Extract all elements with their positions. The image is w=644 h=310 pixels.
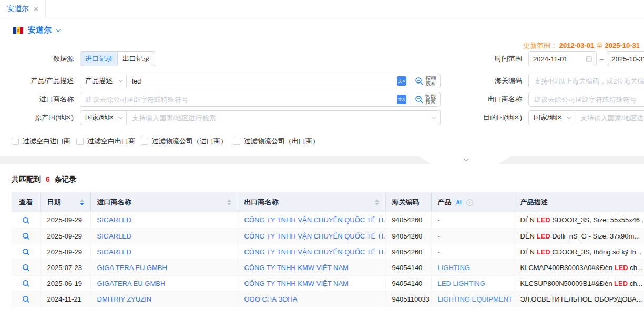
sort-desc-icon[interactable] [80, 203, 84, 205]
destination-country-select-value: 国家/地区 [534, 113, 563, 122]
tab-andorra[interactable]: 安道尔 × [0, 0, 46, 17]
table-row[interactable]: 2025-09-29 SIGARLED CÔNG TY TNHH VẬN CHU… [12, 244, 644, 260]
product-field-group: 产品描述 文A 模糊搜索 [80, 74, 441, 88]
checkbox-filter-logistics-exporter[interactable]: 过滤物流公司（出口商） [233, 137, 319, 146]
table-row[interactable]: 2024-11-21 DMITRIY ZYUZIN ООО СПА ЗОНА 9… [12, 291, 644, 307]
origin-country-select[interactable]: 国家/地区 [80, 111, 127, 125]
importer-link[interactable]: SIGARLED [97, 232, 132, 240]
tab-import-records[interactable]: 进口记录 [80, 52, 117, 66]
exporter-link[interactable]: CÔNG TY TNHH VẬN CHUYỂN QUỐC TẾ TI... [244, 248, 386, 256]
exporter-link[interactable]: CÔNG TY TNHH KMW VIỆT NAM [244, 280, 349, 287]
andorra-flag-icon [13, 27, 24, 34]
column-header-description: 产品描述 [514, 192, 644, 212]
date-to-field[interactable] [607, 51, 644, 66]
importer-link[interactable]: GIGATERA EU GMBH [97, 280, 166, 287]
smart-search-button[interactable]: 智能搜索 [410, 94, 440, 105]
sort-control-exporter[interactable] [375, 199, 379, 205]
checkbox-filter-blank-importer[interactable]: 过滤空白进口商 [12, 137, 70, 146]
importer-link[interactable]: SIGARLED [97, 248, 132, 256]
calendar-icon [586, 55, 592, 63]
chevron-down-icon [567, 115, 571, 119]
sort-desc-icon[interactable] [375, 203, 379, 205]
checkbox-filter-logistics-importer[interactable]: 过滤物流公司（进口商） [141, 137, 227, 146]
date-from-field[interactable] [528, 51, 597, 66]
sort-asc-icon[interactable] [80, 199, 84, 202]
importer-link[interactable]: SIGARLED [97, 216, 132, 224]
product-type-select[interactable]: 产品描述 [80, 74, 127, 88]
close-icon[interactable]: × [34, 5, 38, 13]
cell-date: 2025-07-23 [40, 260, 90, 275]
smart-search-label-2: 搜索 [425, 99, 436, 105]
translate-icon[interactable]: 文A [397, 76, 406, 86]
view-record-button[interactable] [22, 295, 30, 303]
cell-product: - [438, 232, 440, 240]
exporter-link[interactable]: CÔNG TY TNHH VẬN CHUYỂN QUỐC TẾ TI... [244, 232, 386, 240]
filter-panel: 更新范围： 2012-03-01 至 2025-10-31 数据源 进口记录 出… [0, 41, 644, 156]
checkbox-icon[interactable] [233, 138, 240, 145]
table-row[interactable]: 2025-09-29 SIGARLED CÔNG TY TNHH VẬN CHU… [12, 228, 644, 244]
table-row[interactable]: 2025-09-29 SIGARLED CÔNG TY TNHH VẬN CHU… [12, 212, 644, 228]
update-range: 更新范围： 2012-03-01 至 2025-10-31 [523, 41, 640, 50]
view-cell [12, 228, 40, 244]
cell-date: 2025-09-29 [40, 212, 90, 228]
cell-date: 2024-11-21 [40, 291, 90, 307]
exporter-link[interactable]: ООО СПА ЗОНА [244, 295, 298, 303]
cell-hs-code: 94054260 [385, 244, 431, 260]
destination-country-input[interactable] [575, 111, 644, 125]
column-header-product: 产品 AI i [431, 192, 514, 212]
destination-country-label: 目的国(地区) [448, 113, 528, 122]
view-record-button[interactable] [22, 264, 30, 272]
results-table: 查看 日期 进口商名称 出口商名称 [12, 192, 644, 307]
sort-control-importer[interactable] [227, 199, 231, 205]
view-record-button[interactable] [22, 216, 30, 224]
product-link[interactable]: LED LIGHTING [438, 280, 485, 287]
cell-hs-code: 94054260 [385, 228, 431, 244]
sort-control-date[interactable] [80, 199, 84, 205]
info-icon[interactable]: i [466, 199, 473, 206]
chevron-down-icon[interactable] [432, 115, 436, 119]
sort-asc-icon[interactable] [375, 199, 379, 202]
importer-input[interactable] [80, 92, 394, 106]
importer-link[interactable]: GIGA TERA EU GMBH [97, 264, 167, 272]
translate-icon[interactable]: 文A [397, 95, 406, 104]
checkbox-icon[interactable] [141, 138, 148, 145]
checkbox-icon[interactable] [76, 138, 84, 145]
sort-asc-icon[interactable] [227, 199, 231, 202]
origin-country-input[interactable] [127, 111, 432, 125]
view-record-button[interactable] [22, 248, 30, 256]
hs-code-input[interactable] [529, 74, 644, 88]
collapse-panel-button[interactable] [418, 156, 512, 164]
table-row[interactable]: 2025-07-23 GIGA TERA EU GMBH CÔNG TY TNH… [12, 260, 644, 275]
date-to-input[interactable] [611, 55, 644, 63]
magnifier-icon [22, 248, 30, 256]
chevron-down-icon[interactable] [56, 27, 61, 32]
view-record-button[interactable] [22, 280, 30, 287]
magnifier-icon [22, 280, 30, 287]
table-row[interactable]: 2025-06-19 GIGATERA EU GMBH CÔNG TY TNHH… [12, 275, 644, 291]
fuzzy-search-button[interactable]: 模糊搜索 [410, 76, 440, 86]
destination-country-select[interactable]: 国家/地区 [529, 111, 575, 125]
cell-description: KLCSUP800N50009B1#&Đèn LED ch... [514, 275, 644, 291]
view-cell [12, 212, 40, 228]
checkbox-icon[interactable] [12, 138, 19, 145]
ai-badge: AI [454, 199, 464, 206]
importer-link[interactable]: DMITRIY ZYUZIN [97, 295, 152, 303]
exporter-link[interactable]: CÔNG TY TNHH KMW VIỆT NAM [244, 264, 349, 272]
importer-row: 进口商名称 文A 智能搜索 [0, 92, 441, 107]
exporter-input[interactable] [529, 92, 644, 106]
cell-description: KLCMAP400B30003A0#&Đèn LED ch... [514, 260, 644, 275]
sort-desc-icon[interactable] [227, 203, 231, 205]
product-link[interactable]: LIGHTING EQUIPMENT [438, 295, 513, 303]
data-source-row: 数据源 进口记录 出口记录 [0, 51, 155, 66]
date-from-input[interactable] [533, 55, 586, 63]
product-search-input[interactable] [127, 74, 394, 88]
tab-export-records[interactable]: 出口记录 [117, 52, 155, 66]
product-link[interactable]: LIGHTING [438, 264, 470, 272]
cell-hs-code: 94054140 [385, 275, 431, 291]
country-selector[interactable]: 安道尔 [28, 25, 52, 35]
view-record-button[interactable] [22, 232, 30, 240]
exporter-link[interactable]: CÔNG TY TNHH VẬN CHUYỂN QUỐC TẾ TI... [244, 216, 386, 224]
chevron-down-icon [118, 115, 122, 119]
checkbox-filter-blank-exporter[interactable]: 过滤空白出口商 [76, 137, 135, 146]
column-header-exporter: 出口商名称 [238, 192, 385, 212]
